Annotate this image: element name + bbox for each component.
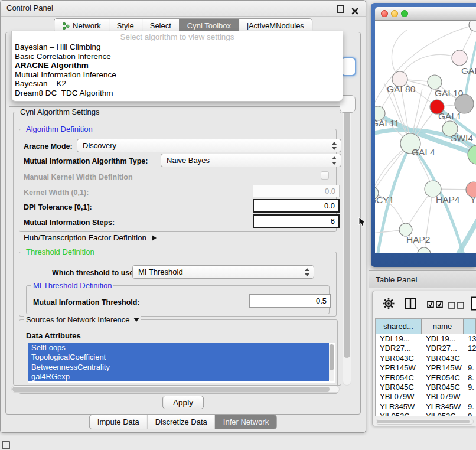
table-row[interactable]: YER054CYER054C8. [376, 373, 476, 383]
table-cell: 9. [464, 412, 476, 416]
table-row[interactable]: YBR043CYBR043C [376, 354, 476, 363]
tab-label: Network [73, 19, 101, 32]
algorithm-option[interactable]: Dream8 DC_TDC Algorithm [12, 89, 343, 98]
unchecked-columns-icon[interactable] [448, 301, 465, 311]
expand-triangle-icon [152, 235, 157, 241]
table-horizontal-scrollbar[interactable] [376, 419, 474, 425]
table-row[interactable]: YBL079WYBL079W [376, 392, 476, 402]
data-attribute-item[interactable]: SelfLoops [28, 343, 329, 353]
tab-cyni-toolbox[interactable]: Cyni Toolbox [179, 19, 239, 32]
mi-threshold-label: Mutual Information Threshold: [33, 298, 140, 306]
which-threshold-combo[interactable]: MI Threshold [132, 265, 314, 279]
algorithm-dropdown-prompt: Select algorithm to view settings [12, 31, 343, 43]
table-hscroll-thumb[interactable] [377, 420, 470, 423]
table-cell: YER054C [422, 373, 464, 383]
table-cell: 8. [464, 373, 476, 383]
mi-threshold-input[interactable]: 0.5 [249, 294, 331, 308]
algorithm-option[interactable]: Basic Correlation Inference [12, 52, 343, 61]
data-attribute-item[interactable]: gal4RGexp [28, 372, 329, 381]
gear-icon[interactable] [382, 297, 395, 312]
network-window-titlebar[interactable] [375, 7, 476, 21]
aracne-mode-value: Discovery [83, 141, 116, 150]
table-cell: YBR045C [422, 383, 464, 392]
split-columns-icon[interactable] [405, 298, 416, 312]
table-row[interactable]: YBR045CYBR045C9. [376, 383, 476, 392]
table-row[interactable]: YPR145WYPR145W9. [376, 363, 476, 373]
column-header-shared[interactable]: shared... [376, 319, 422, 334]
network-window: GALGAL80GAL10GAL1GAL11SWI4GAL4GCY1HAP4YH… [371, 3, 476, 267]
table-cell: YBL079W [422, 392, 464, 402]
list-scroll-thumb[interactable] [330, 344, 334, 370]
settings-horizontal-scrollbar[interactable] [11, 386, 340, 393]
data-attributes-listbox[interactable]: SelfLoopsTopologicalCoefficientBetweenne… [28, 343, 335, 383]
manual-kernel-checkbox[interactable] [321, 171, 329, 180]
node-label-salmon: Y [470, 194, 476, 204]
data-attribute-item[interactable]: BetweennessCentrality [28, 363, 329, 372]
data-attribute-item[interactable]: TopologicalCoefficient [28, 353, 329, 362]
table-cell: 9. [464, 402, 476, 412]
document-icon[interactable] [471, 296, 476, 313]
zoom-traffic-light[interactable] [401, 10, 408, 17]
network-node-bottom-cut[interactable] [418, 247, 431, 253]
table-row[interactable]: YDR27...YDR27...12 [376, 344, 476, 353]
table-cell: YBR043C [376, 354, 422, 363]
algorithm-option[interactable]: Mutual Information Inference [12, 70, 343, 80]
algorithm-list: Bayesian – Hill ClimbingBasic Correlatio… [12, 43, 343, 98]
tab-style[interactable]: Style [109, 19, 142, 32]
table-row[interactable]: YLR345WYLR345W9. [376, 402, 476, 412]
minimize-traffic-light[interactable] [391, 10, 398, 17]
tab-network[interactable]: Network [54, 19, 109, 32]
algorithm-option[interactable]: Bayesian – Hill Climbing [12, 43, 343, 52]
table-cell: 13 [464, 334, 476, 344]
network-node-top-cut[interactable] [469, 21, 476, 31]
dpi-tolerance-label: DPI Tolerance [0,1]: [24, 203, 92, 211]
dpi-tolerance-input[interactable]: 0.0 [253, 199, 340, 213]
network-canvas[interactable]: GALGAL80GAL10GAL1GAL11SWI4GAL4GCY1HAP4YH… [375, 21, 476, 253]
close-window-icon[interactable] [351, 5, 358, 12]
network-node-gal-top[interactable] [452, 50, 467, 66]
tab-jactivemnodules[interactable]: jActiveMNodules [239, 19, 312, 32]
tab-label: jActiveMNodules [247, 19, 304, 32]
algorithm-definition-title: Algorithm Definition [24, 125, 94, 133]
table-header: shared...name [376, 319, 476, 334]
network-node-gal10[interactable] [428, 75, 442, 89]
tab-impute-data[interactable]: Impute Data [90, 415, 147, 429]
settings-hscroll-thumb[interactable] [12, 387, 330, 392]
float-window-icon[interactable] [337, 5, 344, 13]
settings-vertical-scrollbar[interactable] [343, 108, 351, 386]
tab-discretize-data[interactable]: Discretize Data [147, 415, 215, 429]
settings-vscroll-thumb[interactable] [344, 110, 350, 358]
kernel-width-label: Kernel Width (0,1): [24, 188, 89, 197]
manual-kernel-label: Manual Kernel Width Definition [24, 173, 133, 181]
column-header-cut[interactable] [464, 319, 476, 334]
algorithm-option[interactable]: Bayesian – K2 [12, 79, 343, 89]
mi-type-combo[interactable]: Naive Bayes [161, 154, 341, 167]
table-row[interactable]: YDL19...YDL19...13 [376, 334, 476, 344]
network-icon [62, 22, 70, 30]
checked-columns-icon[interactable] [427, 300, 444, 311]
hub-definition-expander[interactable]: Hub/Transcription Factor Definition [24, 233, 157, 242]
apply-button[interactable]: Apply [162, 396, 204, 409]
aracne-mode-combo[interactable]: Discovery [77, 139, 341, 152]
table-cell: YDR27... [422, 344, 464, 353]
list-vertical-scrollbar[interactable] [329, 344, 334, 381]
tab-select[interactable]: Select [142, 19, 179, 32]
node-label-gal11: GAL11 [375, 118, 399, 128]
table-row[interactable]: YIL052CYIL052C9. [376, 412, 476, 416]
network-edge[interactable] [400, 55, 459, 79]
minimized-panel-icon[interactable] [2, 441, 10, 449]
tab-label: Infer Network [223, 415, 269, 429]
mi-steps-input[interactable]: 6 [253, 214, 340, 228]
node-label-gal1: GAL1 [438, 111, 462, 121]
table-cell: 12 [464, 344, 476, 353]
close-traffic-light[interactable] [381, 10, 388, 17]
cyni-algorithm-settings-title: Cyni Algorithm Settings [18, 107, 101, 116]
node-label-gal-top: GAL [461, 66, 476, 76]
column-header-name[interactable]: name [422, 319, 464, 334]
table-body: YDL19...YDL19...13YDR27...YDR27...12YBR0… [376, 334, 476, 416]
collapse-triangle-icon[interactable] [133, 318, 139, 322]
close-x-glyph [351, 8, 358, 15]
node-label-swi4: SWI4 [451, 133, 473, 143]
algorithm-option[interactable]: ARACNE Algorithm [12, 61, 343, 70]
tab-infer-network[interactable]: Infer Network [215, 415, 276, 429]
